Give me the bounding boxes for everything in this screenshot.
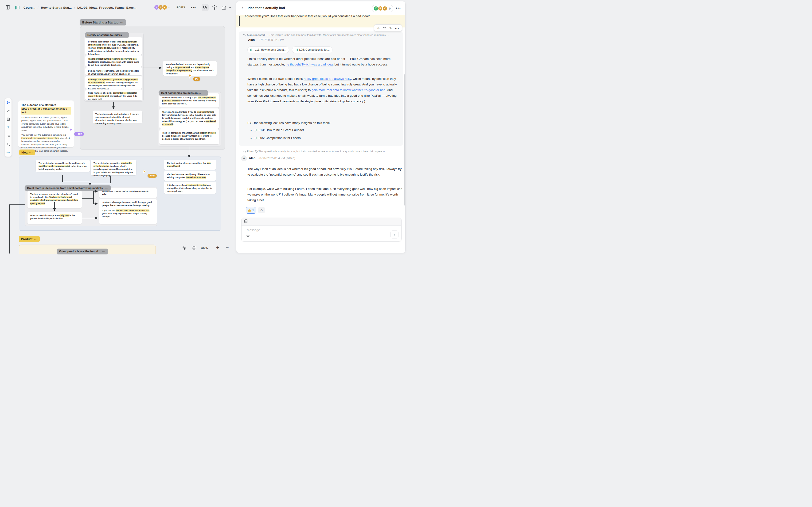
zoom-in-button[interactable]: + <box>216 245 219 250</box>
avatar[interactable]: K <box>162 5 167 10</box>
avatar[interactable]: K <box>382 6 388 11</box>
lecture-chip[interactable]: L13: How to be a Great... <box>247 47 289 53</box>
collaborator-avatars[interactable]: T P K <box>154 5 167 10</box>
sticky-note[interactable]: Good founders should be committed for at… <box>85 90 142 100</box>
outcome-paragraph: So the four areas: You need a great idea… <box>21 116 71 132</box>
edit-icon[interactable]: ✎ <box>389 26 392 30</box>
back-button[interactable]: ‹ <box>242 5 243 10</box>
sticky-note[interactable]: The life of most CEOs is reporting to ev… <box>85 55 142 67</box>
sticky-note[interactable]: The best ideas are usually very differen… <box>164 171 216 181</box>
more-icon[interactable]: ••• <box>120 21 123 24</box>
sticky-note[interactable]: The best startup ideas are something tha… <box>164 160 216 170</box>
composer-placeholder[interactable]: Message... <box>247 228 263 232</box>
send-button[interactable]: ↑ <box>391 230 399 238</box>
text-tool-icon[interactable]: T <box>6 125 10 129</box>
message-composer[interactable]: Message... ↑ <box>241 218 402 241</box>
sticky-note[interactable]: The best reason to start a startup is if… <box>93 111 142 123</box>
breadcrumb-course[interactable]: Cours... <box>23 6 35 9</box>
lecture-chip[interactable]: L05: Competition is for... <box>292 47 333 53</box>
thread-more-button[interactable]: ••• <box>396 6 401 10</box>
cursor-kyle-icon <box>142 169 147 174</box>
sticky-note[interactable]: Starting a startup doesn't guarantee a b… <box>85 76 142 89</box>
avatars-chevron-down-icon[interactable] <box>167 7 170 8</box>
layers-button[interactable] <box>211 4 218 11</box>
breadcrumb: Cours... / How to Start a Star... / L01-… <box>23 0 136 15</box>
lecture-link[interactable]: • L05: Competition is for Losers <box>250 136 301 140</box>
quote-text: agrees with you? Does that ever happen? … <box>245 15 396 19</box>
sticky-note[interactable]: Being a founder is stressful, and the nu… <box>85 67 142 75</box>
group-label-great-products[interactable]: Great products are the found... ••• <box>57 248 108 253</box>
repost-text: This lecture is the one I'm most familia… <box>269 34 389 36</box>
connector-tool-icon[interactable] <box>6 109 10 113</box>
breadcrumb-board[interactable]: How to Start a Star... <box>41 6 72 9</box>
reply-icon[interactable] <box>383 26 386 30</box>
sticky-note[interactable]: If it takes more then a sentence to expl… <box>164 182 216 194</box>
panel-scrollbar[interactable] <box>404 74 405 206</box>
zoom-out-button[interactable]: − <box>226 244 229 250</box>
more-icon[interactable]: ••• <box>102 250 105 253</box>
more-icon[interactable]: ••• <box>123 34 126 36</box>
repost-row[interactable]: Alan reposted This lecture is the one I'… <box>243 34 402 36</box>
outcome-title: The outcome of a startup = <box>21 103 71 107</box>
add-reaction-button[interactable]: ☺ <box>258 207 265 213</box>
drag-handle-icon[interactable]: ⋮⋮ <box>243 38 247 42</box>
lecture-chips: L13: How to be a Great... L05: Competiti… <box>247 47 334 53</box>
breadcrumb-page[interactable]: L01-02: Ideas, Products, Teams, Exec... <box>77 6 136 9</box>
group-label-great-ideas[interactable]: Great startup ideas come from small, fas… <box>25 185 111 190</box>
group-label-best-companies[interactable]: Best companies are mission-... ••• <box>159 91 208 96</box>
sticky-note[interactable]: The best startup ideas often look terrib… <box>91 160 136 175</box>
section-label-product[interactable]: Product ••• <box>19 236 40 242</box>
breadcrumb-separator: / <box>38 6 39 9</box>
message-paragraph: I think it's very hard to tell whether o… <box>247 56 402 67</box>
avatar: A <box>241 155 247 161</box>
section-label-before-starting[interactable]: Before Starting a Startup ••• <box>80 19 126 25</box>
sticky-note[interactable]: The best companies are almost always mis… <box>159 129 219 144</box>
section-label-text: Idea <box>21 151 28 154</box>
message-author[interactable]: Alan <box>248 38 255 42</box>
repost-row[interactable]: Ethan This question is mainly for you, b… <box>243 150 402 153</box>
more-icon[interactable]: ••• <box>203 92 206 94</box>
message-paragraph: When it comes to our own ideas, I think … <box>247 76 402 104</box>
sticky-note[interactable]: Most successful startups know why now is… <box>28 212 82 224</box>
map-icon[interactable] <box>15 5 20 10</box>
sticky-note[interactable]: You should only start a startup if you f… <box>159 94 219 108</box>
thread-members[interactable]: Y E K 9 <box>372 5 393 12</box>
calendar-button[interactable] <box>220 4 227 11</box>
ai-sparkle-icon[interactable] <box>246 234 250 238</box>
sticky-note[interactable]: There is a huge advantage if you do long… <box>159 108 219 129</box>
more-tools-icon[interactable]: ••• <box>6 151 10 155</box>
lecture-link[interactable]: • L13: How to be a Great Founder <box>250 128 304 132</box>
react-emoji-icon[interactable]: ☺ <box>377 26 380 30</box>
section-label-idea[interactable]: Idea ••• <box>19 150 35 155</box>
more-icon[interactable]: ••• <box>29 151 33 154</box>
sticky-note[interactable]: The first version of a great start idea … <box>28 190 82 208</box>
zoom-level[interactable]: 44% <box>201 246 208 250</box>
outline-tool-icon[interactable] <box>6 134 10 138</box>
more-icon[interactable]: ••• <box>395 26 399 30</box>
group-label-reality[interactable]: Reality of startup founders ••• <box>85 33 129 38</box>
sticky-note[interactable]: If you can just learn to think about the… <box>99 207 157 224</box>
calendar-chevron-down-icon[interactable] <box>229 7 232 8</box>
thumbs-up-reaction[interactable]: 1 <box>246 207 256 214</box>
more-icon[interactable]: ••• <box>34 237 38 241</box>
toolbar-more-button[interactable]: ••• <box>191 6 196 10</box>
present-icon[interactable] <box>192 246 196 251</box>
toolbar-divider <box>200 5 200 10</box>
sticky-note[interactable]: Founders spend most of their time doing … <box>85 37 142 55</box>
message-author[interactable]: Alan <box>249 156 255 160</box>
sticky-note[interactable]: The best startup ideas address the probl… <box>36 160 90 172</box>
note-tool-icon[interactable] <box>6 117 10 121</box>
outcome-formula: idea x product x execution x team x luck… <box>21 107 71 115</box>
insert-block-icon[interactable] <box>244 219 247 224</box>
sidebar-toggle-icon[interactable] <box>6 5 10 10</box>
share-button[interactable]: Share <box>176 5 185 8</box>
cursor-tony-icon <box>69 127 73 132</box>
select-tool-icon[interactable] <box>6 101 10 105</box>
search-tool-icon[interactable] <box>6 142 10 146</box>
outcome-formula-note[interactable]: The outcome of a startup = idea x produc… <box>18 101 74 148</box>
more-icon[interactable]: ••• <box>105 187 108 189</box>
cursor-pj-icon <box>188 73 193 78</box>
message-hover-toolbar: ☺ ✎ ••• <box>374 24 402 32</box>
comments-button[interactable] <box>202 4 209 11</box>
view-settings-icon[interactable] <box>182 246 187 251</box>
